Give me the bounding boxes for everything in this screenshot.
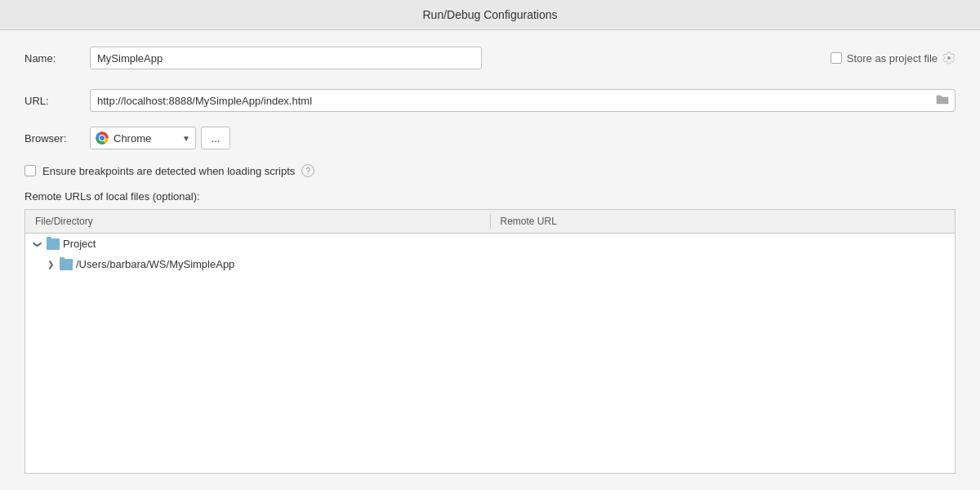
- run-debug-dialog: Run/Debug Configurations Name: Store as …: [0, 0, 980, 490]
- chrome-icon: [96, 131, 109, 145]
- store-as-project-checkbox[interactable]: [831, 52, 842, 64]
- subdir-path: /Users/barbara/WS/MySimpleApp: [76, 258, 234, 270]
- breakpoints-row: Ensure breakpoints are detected when loa…: [24, 164, 956, 177]
- url-label: URL:: [24, 95, 90, 107]
- url-folder-icon[interactable]: [936, 94, 949, 108]
- breakpoints-checkbox[interactable]: [24, 165, 36, 176]
- subdir-folder-icon: [60, 259, 73, 270]
- browser-dropdown[interactable]: Chrome ▼: [90, 127, 196, 149]
- project-name: Project: [63, 238, 96, 250]
- subdir-chevron: ❯: [45, 260, 56, 269]
- remote-urls-table: File/Directory Remote URL ❯ Project ❯ /U…: [24, 209, 956, 474]
- name-input[interactable]: [90, 47, 482, 69]
- col-file-dir: File/Directory: [25, 214, 490, 229]
- table-body: ❯ Project ❯ /Users/barbara/WS/MySimpleAp…: [25, 234, 955, 274]
- url-row: URL:: [24, 89, 956, 112]
- store-as-project-label: Store as project file: [847, 52, 938, 65]
- browser-label: Browser:: [24, 132, 90, 145]
- name-label: Name:: [24, 52, 90, 65]
- project-chevron: ❯: [33, 238, 42, 250]
- browser-value: Chrome: [114, 132, 177, 145]
- browser-row: Browser: Chrome ▼ ..: [24, 127, 956, 149]
- url-input[interactable]: [90, 89, 956, 112]
- breakpoints-label: Ensure breakpoints are detected when loa…: [42, 165, 295, 177]
- name-row: Name: Store as project file: [24, 47, 956, 69]
- help-icon[interactable]: ?: [301, 164, 314, 177]
- browser-more-button[interactable]: ...: [201, 127, 230, 149]
- dialog-title: Run/Debug Configurations: [0, 0, 980, 30]
- table-row[interactable]: ❯ Project: [25, 234, 955, 254]
- svg-point-2: [100, 136, 105, 140]
- title-text: Run/Debug Configurations: [423, 8, 558, 21]
- table-row[interactable]: ❯ /Users/barbara/WS/MySimpleApp: [25, 254, 955, 274]
- browser-dropdown-arrow: ▼: [182, 134, 190, 143]
- store-as-project-row: Store as project file: [831, 51, 956, 65]
- col-remote-url: Remote URL: [490, 214, 956, 229]
- url-input-wrapper: [90, 89, 956, 112]
- table-header: File/Directory Remote URL: [25, 210, 955, 234]
- gear-icon[interactable]: [942, 51, 956, 65]
- dialog-content: Name: Store as project file URL:: [0, 30, 980, 490]
- project-folder-icon: [47, 238, 60, 250]
- remote-urls-label: Remote URLs of local files (optional):: [24, 190, 956, 203]
